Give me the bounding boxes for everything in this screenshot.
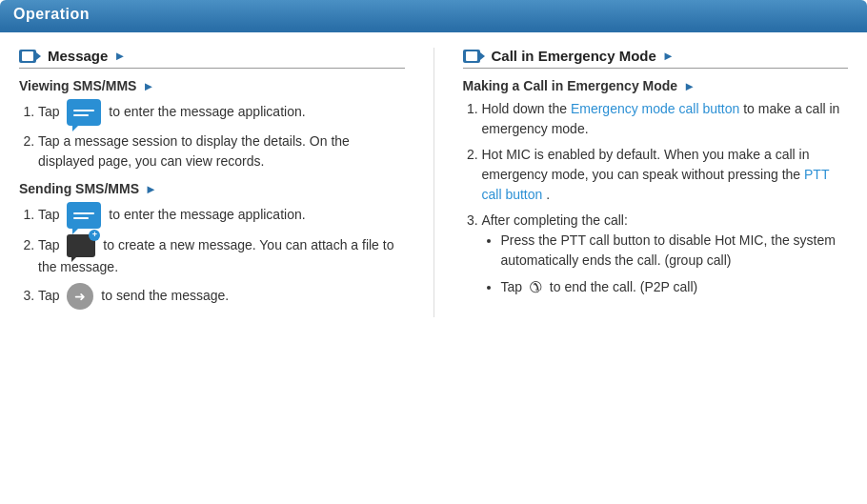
making-call-arrow-icon: ►: [683, 79, 696, 93]
emergency-list: Hold down the Emergency mode call button…: [482, 99, 849, 299]
sending-item-3-text: to send the message.: [101, 288, 229, 303]
emergency-section-header: Call in Emergency Mode ►: [463, 48, 849, 69]
sending-list: Tap to enter the message application. Ta…: [38, 202, 405, 310]
emergency-icon-inner: [466, 51, 477, 61]
sending-item-1: Tap to enter the message application.: [38, 202, 405, 229]
plus-badge: +: [89, 230, 100, 241]
viewing-item-2-text: Tap a message session to display the det…: [38, 133, 350, 169]
emergency-item-3-text: After completing the call:: [482, 212, 628, 228]
message-app-icon-2: [67, 202, 101, 229]
after-call-bullet-1-text: Press the PTT call button to disable Hot…: [501, 232, 836, 268]
after-call-bullet-2: Tap ✆ to end the call. (P2P call): [501, 276, 849, 299]
viewing-list: Tap to enter the message application. Ta…: [38, 99, 405, 171]
emergency-arrow-icon: ►: [662, 49, 675, 63]
emergency-item-2-text: Hot MIC is enabled by default. When you …: [482, 147, 810, 182]
left-column: Message ► Viewing SMS/MMS ► Tap to enter…: [19, 48, 405, 317]
making-call-label: Making a Call in Emergency Mode: [463, 78, 678, 93]
emergency-item-3: After completing the call: Press the PTT…: [482, 211, 849, 299]
emergency-item-2: Hot MIC is enabled by default. When you …: [482, 145, 849, 205]
viewing-arrow-icon: ►: [142, 79, 154, 93]
after-call-bullet-2-text: to end the call. (P2P call): [550, 279, 697, 294]
send-icon: ➜: [67, 283, 93, 310]
page-title: Operation: [13, 6, 90, 23]
emergency-section-title: Call in Emergency Mode: [492, 48, 656, 64]
tap-phone-label: Tap: [501, 279, 526, 294]
emergency-mode-call-button-link: Emergency mode call button: [571, 101, 739, 116]
main-content: Message ► Viewing SMS/MMS ► Tap to enter…: [0, 32, 867, 333]
emergency-item-1: Hold down the Emergency mode call button…: [482, 99, 849, 139]
emergency-item-2-suffix: .: [546, 187, 550, 202]
msg-line-3: [73, 212, 94, 214]
right-column: Call in Emergency Mode ► Making a Call i…: [434, 48, 849, 317]
viewing-sms-subsection: Viewing SMS/MMS ►: [19, 78, 405, 93]
message-app-icon: [67, 99, 101, 126]
message-arrow-icon: ►: [113, 49, 126, 63]
sending-label: Sending SMS/MMS: [19, 181, 139, 196]
sending-tap-2: Tap: [38, 237, 63, 252]
viewing-item-1: Tap to enter the message application.: [38, 99, 405, 126]
emergency-section-icon: [463, 50, 480, 63]
sending-arrow-icon: ►: [145, 182, 157, 196]
after-call-bullet-1: Press the PTT call button to disable Hot…: [501, 231, 849, 271]
viewing-item-1-text: to enter the message application.: [109, 104, 305, 119]
message-section-title: Message: [48, 48, 108, 64]
tap-label: Tap: [38, 104, 63, 119]
after-call-list: Press the PTT call button to disable Hot…: [501, 231, 849, 299]
viewing-label: Viewing SMS/MMS: [19, 78, 136, 93]
making-call-subsection: Making a Call in Emergency Mode ►: [463, 78, 849, 93]
new-message-icon: +: [67, 234, 95, 257]
msg-line-4: [73, 217, 89, 219]
msg-icon-lines: [73, 110, 94, 116]
page-header: Operation: [0, 0, 867, 29]
phone-end-icon: ✆: [530, 276, 542, 299]
sending-item-1-text: to enter the message application.: [109, 207, 305, 222]
msg-line-2: [73, 114, 89, 116]
msg-icon-lines-2: [73, 212, 94, 219]
message-icon-inner: [22, 51, 33, 61]
sending-item-3: Tap ➜ to send the message.: [38, 283, 405, 310]
sending-item-2: Tap + to create a new message. You can a…: [38, 234, 405, 277]
sending-tap-label: Tap: [38, 207, 63, 222]
emergency-item-1-prefix: Hold down the: [482, 101, 571, 116]
viewing-item-2: Tap a message session to display the det…: [38, 131, 405, 171]
message-section-header: Message ►: [19, 48, 405, 69]
sending-tap-3: Tap: [38, 288, 63, 303]
message-section-icon: [19, 50, 36, 63]
sending-sms-subsection: Sending SMS/MMS ►: [19, 181, 405, 196]
msg-line-1: [73, 110, 94, 111]
